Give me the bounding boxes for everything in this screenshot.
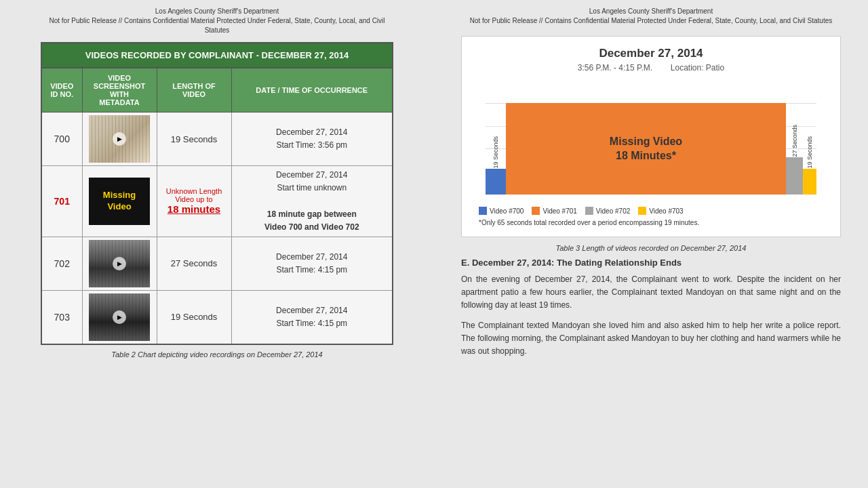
left-table-caption: Table 2 Chart depicting video recordings… [111,350,322,359]
missing-video-bar-label: Missing Video18 Minutes* [610,135,682,163]
length-702: 27 Seconds [157,237,231,290]
thumbnail-703: ▶ [82,290,157,344]
bar-700: 19 Seconds [486,169,506,195]
left-header-line2: Not for Public Release // Contains Confi… [41,16,393,35]
legend-item-702: Video #702 [585,207,630,215]
bar-701: Missing Video18 Minutes* [506,103,786,195]
legend-label-701: Video #701 [542,207,576,215]
date-700: December 27, 2014Start Time: 3:56 pm [231,113,393,166]
right-panel: Los Angeles County Sheriff's Department … [434,0,868,488]
chart-title: December 27, 2014 [472,47,830,60]
right-header-line1: Los Angeles County Sheriff's Department [461,7,841,16]
chart-box: December 27, 2014 3:56 P.M. - 4:15 P.M. … [461,36,841,237]
table-row: 702 ▶ 27 Seconds December 27, 2014Start … [41,237,393,290]
date-701: December 27, 2014Start time unknown 18 m… [231,166,393,237]
legend-color-701 [532,207,540,215]
section-heading: E. December 27, 2014: The Dating Relatio… [461,258,841,268]
right-table-caption: Table 3 Length of videos recorded on Dec… [461,244,841,252]
length-700: 19 Seconds [157,113,231,166]
video-id-701: 701 [41,166,82,237]
legend-color-702 [585,207,593,215]
right-header-line2: Not for Public Release // Contains Confi… [461,16,841,26]
col-header-date: DATE / TIME OF OCCURRENCE [231,68,393,113]
video-id-703: 703 [41,290,82,344]
chart-location: Location: Patio [671,63,724,73]
play-icon-703: ▶ [113,310,126,324]
left-header-line1: Los Angeles County Sheriff's Department [41,7,393,16]
col-header-screenshot: VIDEOSCREENSHOT WITHMETADATA [82,68,157,113]
video-table: VIDEOS RECORDED BY COMPLAINANT - DECEMBE… [41,42,393,345]
bar-702: 27 Seconds [786,157,803,195]
thumbnail-701: MissingVideo [82,166,157,237]
right-header: Los Angeles County Sheriff's Department … [461,7,841,26]
legend-item-700: Video #700 [479,207,524,215]
left-panel: Los Angeles County Sheriff's Department … [0,0,434,488]
col-header-length: LENGTH OFVIDEO [157,68,231,113]
thumbnail-700: ▶ [82,113,157,166]
table-row: 700 ▶ 19 Seconds December 27, 2014Start … [41,113,393,166]
legend-item-703: Video #703 [638,207,683,215]
chart-area: 19 Seconds Missing Video18 Minutes* 27 S… [472,83,830,201]
date-703: December 27, 2014Start Time: 4:15 pm [231,290,393,344]
play-icon-700: ▶ [113,132,126,146]
video-id-702: 702 [41,237,82,290]
table-row: 701 MissingVideo Unknown Length Video up… [41,166,393,237]
chart-subtitle: 3:56 P.M. - 4:15 P.M. Location: Patio [472,63,830,73]
legend-label-700: Video #700 [490,207,524,215]
legend-label-703: Video #703 [649,207,683,215]
length-701: Unknown Length Video up to 18 minutes [157,166,231,237]
thumbnail-702: ▶ [82,237,157,290]
length-703: 19 Seconds [157,290,231,344]
chart-legend: Video #700 Video #701 Video #702 Video #… [472,207,830,215]
play-icon-702: ▶ [113,257,126,270]
paragraph-1: On the evening of December 27, 2014, the… [461,273,841,312]
paragraph-2: The Complainant texted Mandoyan she love… [461,319,841,359]
legend-color-700 [479,207,487,215]
bars-container: 19 Seconds Missing Video18 Minutes* 27 S… [486,103,816,195]
legend-label-702: Video #702 [596,207,630,215]
video-id-700: 700 [41,113,82,166]
date-702: December 27, 2014Start Time: 4:15 pm [231,237,393,290]
table-row: 703 ▶ 19 Seconds December 27, 2014Start … [41,290,393,344]
col-header-id: VIDEOID NO. [41,68,82,113]
legend-color-703 [638,207,646,215]
left-header: Los Angeles County Sheriff's Department … [41,7,393,35]
table-title: VIDEOS RECORDED BY COMPLAINANT - DECEMBE… [41,43,393,68]
legend-item-701: Video #701 [532,207,576,215]
bar-703: 19 Seconds [803,169,816,195]
chart-time: 3:56 P.M. - 4:15 P.M. [578,63,652,73]
chart-footnote: *Only 65 seconds total recorded over a p… [472,219,830,226]
